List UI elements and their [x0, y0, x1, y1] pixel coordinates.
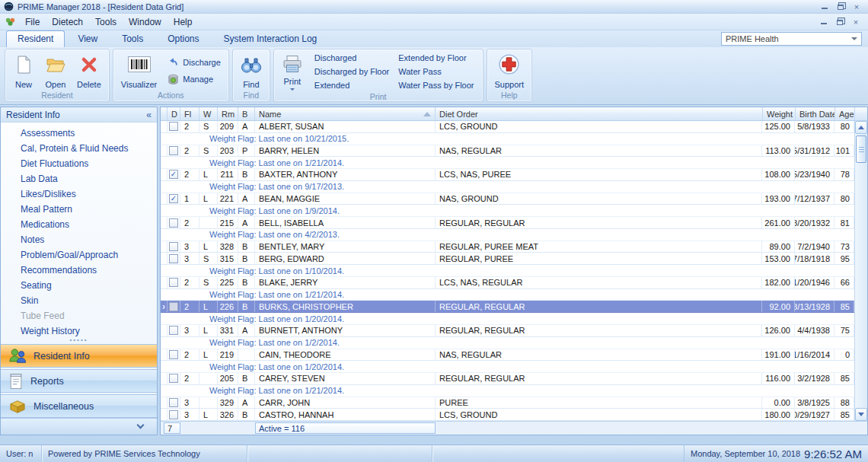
menu-tools[interactable]: Tools: [89, 15, 123, 29]
table-row[interactable]: 3L331ABURNETT, ANTHONYREGULAR, REGULAR12…: [161, 325, 854, 337]
column-header-diet-order[interactable]: Diet Order: [436, 107, 763, 120]
discharge-checkbox[interactable]: [169, 254, 178, 263]
discharge-checkbox[interactable]: [169, 326, 178, 335]
discharge-checkbox[interactable]: ✓: [169, 170, 178, 179]
column-header-fl[interactable]: Fl: [180, 107, 199, 120]
sidebar-item-seating[interactable]: Seating: [1, 278, 157, 293]
column-header-weight[interactable]: Weight: [763, 107, 796, 120]
discharge-checkbox[interactable]: [169, 122, 178, 131]
cell-name: BURKS, CHRISTOPHER: [255, 301, 436, 312]
tab-system-interaction-log[interactable]: System Interaction Log: [212, 30, 329, 47]
discharge-checkbox[interactable]: [169, 350, 178, 359]
sidebar-item-lab-data[interactable]: Lab Data: [1, 171, 157, 186]
table-row[interactable]: 3L326BCASTRO, HANNAHLCS, GROUND180.0010/…: [161, 409, 854, 421]
sidebar-button-resident-info[interactable]: Resident Info: [1, 344, 157, 368]
tab-view[interactable]: View: [66, 30, 109, 47]
discharge-checkbox[interactable]: [169, 398, 178, 407]
sidebar-item-recommendations[interactable]: Recommendations: [1, 263, 157, 278]
table-row[interactable]: ✓1L221ABEAN, MAGGIENAS, GROUND193.007/12…: [161, 193, 854, 206]
sidebar-item-problem-goal-approach[interactable]: Problem/Goal/Approach: [1, 247, 157, 263]
table-row[interactable]: 2L219CAIN, THEODORENAS, REGULAR191.001/1…: [161, 349, 854, 362]
table-row[interactable]: 2S209AALBERT, SUSANLCS, GROUND125.005/8/…: [161, 121, 854, 133]
sidebar-item-medications[interactable]: Medications: [1, 217, 157, 232]
table-row[interactable]: ✓2L211BBAXTER, ANTHONYLCS, NAS, PUREE108…: [161, 169, 854, 181]
visualizer-button[interactable]: Visualizer: [116, 51, 162, 91]
sidebar-item-cal-protein-fluid-needs[interactable]: Cal, Protein & Fluid Needs: [1, 141, 157, 156]
sidebar-overflow-bar[interactable]: [1, 418, 157, 435]
sidebar-item-meal-pattern[interactable]: Meal Pattern: [1, 202, 157, 217]
cell-name: ALBERT, SUSAN: [255, 121, 436, 132]
new-button[interactable]: New: [8, 51, 39, 91]
discharge-checkbox[interactable]: [169, 302, 178, 311]
table-row[interactable]: 3329ACARR, JOHNPUREE0.003/8/192588: [161, 397, 854, 409]
app-menu-icon[interactable]: [5, 16, 16, 27]
ribbon-group-resident: New Open Delete Resident: [5, 49, 110, 102]
scrollbar-thumb[interactable]: [856, 135, 866, 163]
scroll-down-button[interactable]: [855, 408, 867, 421]
minimize-icon[interactable]: [820, 2, 829, 11]
column-header-w[interactable]: W: [199, 107, 218, 120]
column-header-age[interactable]: Age: [835, 107, 855, 120]
table-row[interactable]: 2S203PBARRY, HELENNAS, REGULAR113.005/31…: [161, 145, 854, 158]
discharge-checkbox[interactable]: [169, 146, 178, 155]
sidebar-item-notes[interactable]: Notes: [1, 232, 157, 247]
table-row[interactable]: 3L328BBENTLEY, MARYREGULAR, PUREE MEAT89…: [161, 241, 854, 253]
sidebar-item-diet-fluctuations[interactable]: Diet Fluctuations: [1, 156, 157, 171]
print-item-discharged-by-floor[interactable]: Discharged by Floor: [312, 65, 391, 78]
menu-window[interactable]: Window: [123, 15, 168, 29]
manage-button[interactable]: Manage: [165, 72, 223, 86]
sidebar-item-likes-dislikes[interactable]: Likes/Dislikes: [1, 186, 157, 202]
sidebar-item-assessments[interactable]: Assessments: [1, 126, 157, 141]
table-row[interactable]: 3S315BBERG, EDWARDREGULAR, PUREE153.007/…: [161, 253, 854, 265]
sidebar-button-miscellaneous[interactable]: Miscellaneous: [1, 394, 157, 418]
menu-help[interactable]: Help: [168, 15, 199, 29]
print-item-water-pass[interactable]: Water Pass: [396, 65, 476, 78]
tab-resident[interactable]: Resident: [6, 30, 65, 47]
table-row[interactable]: 2S225BBLAKE, JERRYLCS, NAS, REGULAR182.0…: [161, 277, 854, 289]
table-row[interactable]: ›2L226BBURKS, CHRISTOPHERREGULAR, REGULA…: [161, 301, 854, 313]
print-button[interactable]: Print: [277, 51, 308, 92]
vertical-scrollbar[interactable]: [854, 121, 867, 421]
mdi-minimize-icon[interactable]: [819, 18, 828, 26]
discharge-button[interactable]: Discharge: [165, 56, 223, 69]
print-item-water-pass-by-floor[interactable]: Water Pass by Floor: [396, 78, 476, 92]
column-header-b[interactable]: B: [238, 107, 255, 120]
facility-select[interactable]: PRIME Health: [721, 32, 862, 46]
discharge-checkbox[interactable]: [169, 218, 178, 228]
mdi-restore-icon[interactable]: [835, 18, 844, 26]
table-row[interactable]: 2205BCAREY, STEVENREGULAR, REGULAR116.00…: [161, 373, 854, 385]
delete-button[interactable]: Delete: [72, 51, 106, 91]
support-button[interactable]: Support: [490, 51, 529, 91]
column-header-birth-date[interactable]: Birth Date: [796, 107, 835, 120]
discharge-checkbox[interactable]: [169, 278, 178, 287]
tab-tools[interactable]: Tools: [110, 30, 155, 47]
column-header-rm[interactable]: Rm: [218, 107, 238, 120]
sidebar-splitter[interactable]: •••••: [1, 336, 157, 344]
tab-options[interactable]: Options: [156, 30, 210, 47]
ribbon: New Open Delete Resident: [0, 47, 868, 105]
collapse-left-icon[interactable]: «: [146, 110, 152, 120]
scrollbar-track[interactable]: [855, 164, 867, 408]
column-header-d[interactable]: D: [168, 107, 180, 120]
sidebar-button-reports[interactable]: Reports: [1, 369, 157, 393]
find-button[interactable]: Find: [236, 51, 266, 91]
print-item-discharged[interactable]: Discharged: [312, 51, 391, 65]
discharge-checkbox[interactable]: [169, 374, 178, 383]
scroll-up-button[interactable]: [855, 121, 867, 134]
menu-file[interactable]: File: [19, 15, 46, 29]
mdi-close-icon[interactable]: ×: [851, 18, 860, 26]
discharge-checkbox[interactable]: ✓: [169, 194, 178, 203]
restore-icon[interactable]: [836, 2, 845, 11]
cell-age: 85: [834, 301, 854, 312]
print-item-extended[interactable]: Extended: [312, 78, 391, 92]
close-icon[interactable]: ×: [852, 2, 861, 11]
open-button[interactable]: Open: [40, 51, 71, 91]
table-row[interactable]: 2215ABELL, ISABELLAREGULAR, REGULAR261.0…: [161, 217, 854, 229]
discharge-checkbox[interactable]: [169, 242, 178, 251]
print-item-extended-by-floor[interactable]: Extended by Floor: [396, 51, 476, 65]
discharge-checkbox[interactable]: [169, 410, 178, 419]
menu-dietech[interactable]: Dietech: [46, 15, 89, 29]
new-button-label: New: [15, 80, 32, 89]
column-header-name[interactable]: Name: [255, 107, 436, 120]
sidebar-item-skin[interactable]: Skin: [1, 293, 157, 308]
